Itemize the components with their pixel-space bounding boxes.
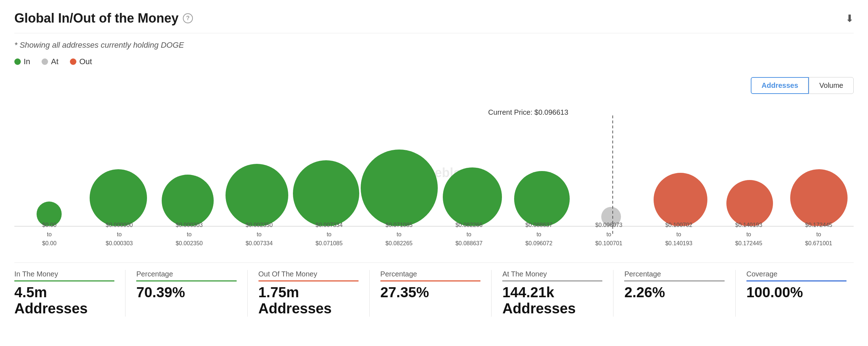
bubble-col-11 — [784, 169, 854, 227]
bubble-7 — [514, 171, 570, 227]
legend-out-label: Out — [79, 57, 92, 66]
stat-label-2: Out Of The Money — [258, 270, 359, 281]
stat-label-6: Coverage — [746, 270, 846, 281]
stat-group-0: In The Money4.5m Addresses — [14, 270, 122, 317]
bubble-col-3 — [222, 164, 291, 227]
stat-group-1: Percentage70.39% — [129, 270, 243, 300]
stat-group-4: At The Money144.21k Addresses — [495, 270, 610, 317]
legend: In At Out — [14, 57, 854, 66]
stat-divider-4 — [613, 270, 613, 317]
stat-value-1: 70.39% — [136, 284, 236, 300]
bubble-4 — [293, 160, 359, 227]
stat-label-3: Percentage — [380, 270, 480, 281]
stat-label-0: In The Money — [14, 270, 114, 281]
stat-divider-5 — [735, 270, 736, 317]
stat-divider-3 — [491, 270, 492, 317]
chart-area: intheblock Current Price: $0.096613 $0.0… — [14, 98, 854, 248]
subtitle: * Showing all addresses currently holdin… — [14, 41, 854, 50]
at-the-money-dot — [42, 58, 48, 65]
page-title: Global In/Out of the Money — [14, 11, 179, 26]
stat-value-5: 2.26% — [624, 284, 724, 300]
stat-value-0: 4.5m Addresses — [14, 284, 114, 317]
out-of-money-dot — [70, 58, 76, 65]
stat-value-6: 100.00% — [746, 284, 846, 300]
stat-value-2: 1.75m Addresses — [258, 284, 359, 317]
header-left: Global In/Out of the Money ? — [14, 11, 193, 26]
bubble-col-2 — [153, 175, 222, 227]
main-container: Global In/Out of the Money ? ⬇ * Showing… — [0, 0, 868, 331]
bubble-1 — [90, 169, 147, 227]
stat-group-3: Percentage27.35% — [373, 270, 488, 300]
price-label-1: $0.000000to$0.000303 — [84, 221, 154, 248]
bubble-3 — [226, 164, 288, 227]
bubble-col-4 — [291, 160, 361, 227]
legend-item-out: Out — [70, 57, 92, 66]
price-label-6: $0.082266to$0.088637 — [434, 221, 504, 248]
price-label-8: $0.096073to$0.100701 — [574, 221, 644, 248]
legend-in-label: In — [24, 57, 30, 66]
bubble-col-1 — [84, 169, 153, 227]
bubble-col-6 — [438, 167, 507, 227]
help-icon[interactable]: ? — [183, 13, 193, 23]
volume-button[interactable]: Volume — [809, 77, 854, 94]
price-label-9: $0.100702to$0.140193 — [644, 221, 714, 248]
bubble-col-9 — [646, 173, 715, 227]
stat-divider-2 — [369, 270, 370, 317]
stat-value-4: 144.21k Addresses — [502, 284, 602, 317]
addresses-button[interactable]: Addresses — [751, 77, 809, 94]
download-icon[interactable]: ⬇ — [845, 13, 854, 24]
price-labels-row: $0.00to$0.00$0.000000to$0.000303$0.00030… — [14, 221, 854, 248]
stat-label-4: At The Money — [502, 270, 602, 281]
stat-divider-1 — [247, 270, 248, 317]
bubbles-row — [14, 119, 854, 227]
price-label-5: $0.071085to$0.082265 — [364, 221, 434, 248]
legend-item-in: In — [14, 57, 30, 66]
bubble-col-5 — [361, 150, 438, 227]
header: Global In/Out of the Money ? ⬇ — [14, 11, 854, 33]
price-label-11: $0.172445to$0.671001 — [784, 221, 854, 248]
bubble-9 — [654, 173, 707, 227]
price-label-2: $0.000303to$0.002350 — [154, 221, 224, 248]
bubble-10 — [726, 180, 773, 227]
price-label-4: $0.007334to$0.071085 — [294, 221, 364, 248]
bubble-6 — [443, 167, 502, 227]
price-label-0: $0.00to$0.00 — [14, 221, 84, 248]
bubble-5 — [361, 150, 438, 227]
stat-label-5: Percentage — [624, 270, 724, 281]
view-toggle: Addresses Volume — [14, 77, 854, 94]
stat-label-1: Percentage — [136, 270, 236, 281]
stats-row: In The Money4.5m AddressesPercentage70.3… — [14, 262, 854, 317]
legend-at-label: At — [51, 57, 58, 66]
stat-group-2: Out Of The Money1.75m Addresses — [251, 270, 366, 317]
current-price-label: Current Price: $0.096613 — [488, 108, 568, 117]
price-label-3: $0.002350to$0.007334 — [224, 221, 294, 248]
bubble-col-7 — [507, 171, 577, 227]
bubble-11 — [790, 169, 848, 227]
stat-divider-0 — [125, 270, 125, 317]
stat-value-3: 27.35% — [380, 284, 480, 300]
price-label-7: $0.088637to$0.096072 — [504, 221, 574, 248]
in-the-money-dot — [14, 58, 21, 65]
current-price-line — [612, 115, 613, 234]
bubble-2 — [162, 175, 214, 227]
bubble-col-10 — [715, 180, 784, 227]
legend-item-at: At — [42, 57, 58, 66]
price-label-10: $0.140193to$0.172445 — [714, 221, 784, 248]
stat-group-6: Coverage100.00% — [739, 270, 854, 300]
stat-group-5: Percentage2.26% — [617, 270, 731, 300]
